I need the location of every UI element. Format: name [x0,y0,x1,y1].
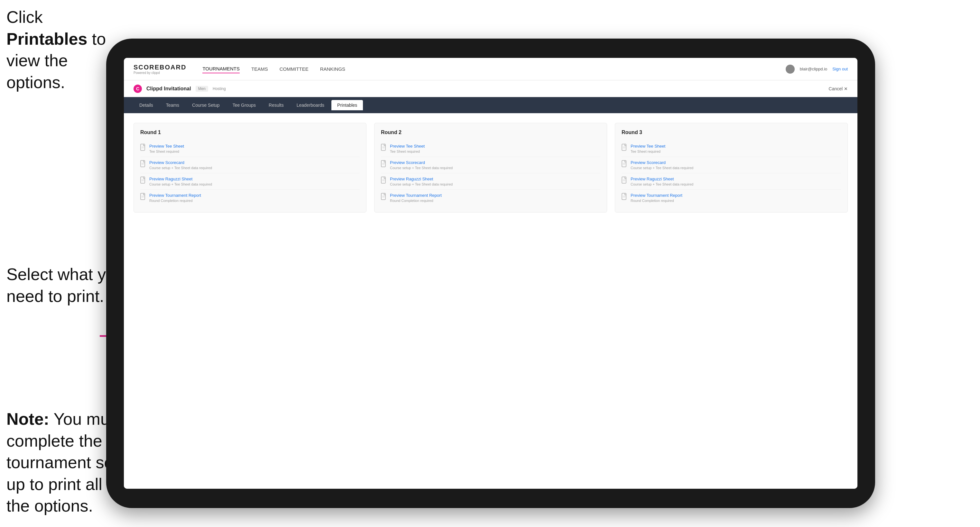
print-item-r3-2[interactable]: Preview ScorecardCourse setup + Tee Shee… [622,157,841,173]
print-item-r2-3[interactable]: Preview Raguzzi SheetCourse setup + Tee … [381,173,600,190]
print-item-text: Preview Tournament ReportRound Completio… [631,193,682,203]
tab-tee-groups[interactable]: Tee Groups [227,100,262,110]
tournament-status: Hosting [213,86,226,91]
print-item-text: Preview Raguzzi SheetCourse setup + Tee … [390,176,453,186]
print-item-title: Preview Tournament Report [631,193,682,198]
nav-left: SCOREBOARD Powered by clippd TOURNAMENTS… [134,63,345,75]
tournament-badge: Men [196,86,208,92]
scoreboard-title: SCOREBOARD [134,63,186,71]
nav-right: blair@clippd.io Sign out [786,65,848,74]
tab-results[interactable]: Results [263,100,290,110]
sign-out-link[interactable]: Sign out [832,67,848,71]
round-3-title: Round 3 [622,130,841,135]
top-nav-links: TOURNAMENTS TEAMS COMMITTEE RANKINGS [202,65,345,73]
print-file-icon [381,144,387,152]
print-file-icon [140,160,146,168]
print-item-text: Preview Tournament ReportRound Completio… [390,193,442,203]
print-item-r1-3[interactable]: Preview Raguzzi SheetCourse setup + Tee … [140,173,360,190]
svg-rect-23 [381,193,385,200]
print-item-text: Preview Raguzzi SheetCourse setup + Tee … [631,176,693,186]
print-item-title: Preview Tee Sheet [631,144,665,149]
print-item-r1-2[interactable]: Preview ScorecardCourse setup + Tee Shee… [140,157,360,173]
svg-rect-35 [622,193,626,200]
user-email: blair@clippd.io [800,67,827,71]
print-file-icon [381,193,387,201]
round-1-title: Round 1 [140,130,360,135]
tournament-title-row: C Clippd Invitational Men Hosting [134,84,226,93]
print-item-subtitle: Course setup + Tee Sheet data required [631,182,693,186]
print-item-r3-1[interactable]: Preview Tee SheetTee Sheet required [622,141,841,157]
print-item-r3-3[interactable]: Preview Raguzzi SheetCourse setup + Tee … [622,173,841,190]
nav-tournaments[interactable]: TOURNAMENTS [202,65,240,73]
print-item-title: Preview Tee Sheet [149,144,184,149]
print-item-title: Preview Scorecard [390,160,453,165]
tab-course-setup[interactable]: Course Setup [186,100,226,110]
scoreboard-brand: SCOREBOARD Powered by clippd [134,63,186,75]
print-item-title: Preview Tournament Report [149,193,201,198]
svg-rect-32 [622,177,626,183]
print-item-subtitle: Round Completion required [149,199,201,203]
nav-teams[interactable]: TEAMS [251,65,268,73]
svg-rect-14 [381,144,385,151]
print-item-r2-2[interactable]: Preview ScorecardCourse setup + Tee Shee… [381,157,600,173]
tablet-frame: SCOREBOARD Powered by clippd TOURNAMENTS… [106,38,875,508]
svg-rect-2 [141,144,145,151]
print-item-r3-4[interactable]: Preview Tournament ReportRound Completio… [622,190,841,206]
print-item-title: Preview Scorecard [631,160,693,165]
svg-rect-8 [141,177,145,183]
print-item-text: Preview ScorecardCourse setup + Tee Shee… [149,160,212,170]
print-item-subtitle: Course setup + Tee Sheet data required [631,166,693,170]
print-item-title: Preview Tournament Report [390,193,442,198]
round-section-3: Round 3 Preview Tee SheetTee Sheet requi… [615,123,848,213]
content-area: Round 1 Preview Tee SheetTee Sheet requi… [124,113,858,489]
clippd-logo: C [134,84,142,93]
user-avatar [786,65,795,74]
print-item-r2-1[interactable]: Preview Tee SheetTee Sheet required [381,141,600,157]
tournament-name: Clippd Invitational [146,86,191,92]
print-item-r1-4[interactable]: Preview Tournament ReportRound Completio… [140,190,360,206]
print-file-icon [622,176,627,185]
print-item-subtitle: Tee Sheet required [149,149,184,153]
print-file-icon [140,144,146,152]
print-item-text: Preview Tournament ReportRound Completio… [149,193,201,203]
print-file-icon [140,176,146,185]
print-item-text: Preview Raguzzi SheetCourse setup + Tee … [149,176,212,186]
print-item-subtitle: Course setup + Tee Sheet data required [390,166,453,170]
print-item-title: Preview Scorecard [149,160,212,165]
print-item-title: Preview Tee Sheet [390,144,425,149]
svg-rect-5 [141,160,145,167]
nav-rankings[interactable]: RANKINGS [320,65,345,73]
print-file-icon [381,176,387,185]
print-file-icon [622,160,627,168]
scoreboard-subtitle: Powered by clippd [134,71,186,75]
svg-rect-26 [622,144,626,151]
tab-bar: Details Teams Course Setup Tee Groups Re… [124,97,858,113]
print-item-text: Preview Tee SheetTee Sheet required [149,144,184,153]
round-2-title: Round 2 [381,130,600,135]
print-item-title: Preview Raguzzi Sheet [390,176,453,181]
tab-teams[interactable]: Teams [160,100,185,110]
print-item-subtitle: Course setup + Tee Sheet data required [149,182,212,186]
tab-details[interactable]: Details [134,100,159,110]
print-item-subtitle: Tee Sheet required [390,149,425,153]
print-item-subtitle: Course setup + Tee Sheet data required [149,166,212,170]
tab-printables[interactable]: Printables [331,100,363,110]
tab-leaderboards[interactable]: Leaderboards [291,100,330,110]
print-item-subtitle: Tee Sheet required [631,149,665,153]
cancel-button[interactable]: Cancel ✕ [829,86,848,91]
print-item-text: Preview Tee SheetTee Sheet required [390,144,425,153]
print-item-text: Preview ScorecardCourse setup + Tee Shee… [631,160,693,170]
print-item-title: Preview Raguzzi Sheet [149,176,212,181]
print-item-subtitle: Round Completion required [390,199,442,203]
print-item-r1-1[interactable]: Preview Tee SheetTee Sheet required [140,141,360,157]
note-bold: Note: [6,410,49,428]
round-section-2: Round 2 Preview Tee SheetTee Sheet requi… [374,123,607,213]
svg-rect-17 [381,160,385,167]
print-item-text: Preview Tee SheetTee Sheet required [631,144,665,153]
print-item-r2-4[interactable]: Preview Tournament ReportRound Completio… [381,190,600,206]
print-item-subtitle: Course setup + Tee Sheet data required [390,182,453,186]
rounds-grid: Round 1 Preview Tee SheetTee Sheet requi… [134,123,848,213]
print-file-icon [381,160,387,168]
nav-committee[interactable]: COMMITTEE [280,65,309,73]
print-item-subtitle: Round Completion required [631,199,682,203]
